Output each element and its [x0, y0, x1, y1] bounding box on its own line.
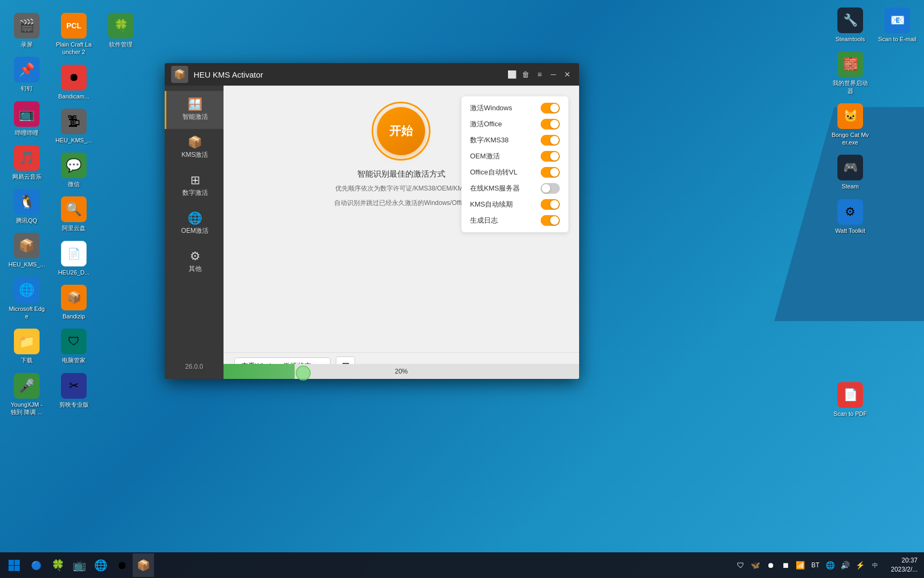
desktop-icon-bongo[interactable]: 🐱 Bongo Cat Mver.exe	[829, 101, 872, 149]
desktop-icon-minecraft[interactable]: 🧱 我的世界启动器	[829, 49, 872, 97]
toggle-knob-kms-renew	[550, 200, 559, 209]
toggle-online-kms[interactable]	[541, 183, 560, 194]
taskbar-icon-heu[interactable]: 📦	[133, 553, 154, 577]
desktop-icon-computer-manager[interactable]: 🛡 电脑管家	[52, 326, 95, 366]
option-label-oem: OEM激活	[470, 151, 500, 161]
progress-area: 20%	[224, 364, 579, 379]
desktop-icon-scan-pdf[interactable]: 📄 Scan to PDF	[829, 380, 872, 420]
digital-icon: ⊞	[190, 174, 200, 186]
desktop-icon-steam[interactable]: 🎮 Steam	[829, 153, 872, 192]
tray-icon-network[interactable]: 🌐	[823, 558, 837, 572]
option-label-windows: 激活Windows	[470, 103, 512, 113]
taskbar-clock[interactable]: 20:37 2023/2/...	[887, 556, 922, 574]
desktop-icon-youngxjm[interactable]: 🎤 YoungXJM - 独到 降调 ...	[5, 371, 48, 419]
option-row-online-kms: 在线KMS服务器	[470, 183, 560, 194]
tray-icon-bt2[interactable]: BT	[808, 558, 822, 572]
option-label-office-vl: Office自动转VL	[470, 168, 518, 177]
tray-icon-lang[interactable]: 中	[868, 558, 882, 572]
svg-rect-2	[9, 560, 14, 565]
option-row-office: 激活Office	[470, 119, 560, 130]
desktop-icon-download[interactable]: 📁 下载	[5, 326, 48, 366]
desktop-icon-bandicam[interactable]: ⏺ Bandicam...	[52, 63, 95, 102]
window-close-btn[interactable]: ✕	[562, 69, 573, 80]
taskbar-tray: 🛡 🦋 ⏺ ⏹ 📶 BT 🌐 🔊 ⚡ 中	[734, 558, 887, 572]
taskbar-start-button[interactable]	[2, 553, 26, 577]
options-panel: 激活Windows 激活Office 数字/KMS38	[461, 96, 568, 232]
desktop-icon-weixin[interactable]: 💬 微信	[52, 150, 95, 190]
sidebar-item-oem[interactable]: 🌐 OEM激活	[165, 205, 224, 243]
tray-icon-rec[interactable]: ⏺	[764, 558, 777, 572]
taskbar-search[interactable]: 🔵	[26, 553, 47, 577]
progress-text: 20%	[395, 368, 407, 375]
desktop-icon-software-mgr[interactable]: 🍀 软件管理	[99, 11, 142, 50]
tray-icon-bluetooth[interactable]: 📶	[794, 558, 807, 572]
sidebar-item-other[interactable]: ⚙ 其他	[165, 243, 224, 281]
tray-icon-stop[interactable]: ⏹	[779, 558, 792, 572]
option-row-digital: 数字/KMS38	[470, 135, 560, 146]
desktop-icon-pcl[interactable]: PCL Plain Craft Launcher 2	[52, 11, 95, 58]
toggle-digital[interactable]	[541, 135, 560, 146]
sub-text-2: 自动识别并跳过已经永久激活的Windows/Office	[334, 198, 468, 208]
option-label-kms-renew: KMS自动续期	[470, 200, 513, 209]
sidebar: 🪟 智能激活 📦 KMS激活 ⊞ 数字激活 🌐 OEM激活 ⚙ 其他	[165, 86, 224, 379]
sidebar-item-smart[interactable]: 🪟 智能激活	[165, 91, 224, 129]
window-controls: ⬜ 🗑 ≡ ─ ✕	[506, 69, 573, 80]
version-label: 26.0.0	[185, 363, 203, 370]
option-row-office-vl: Office自动转VL	[470, 167, 560, 178]
desktop-icon-bilibili[interactable]: 📺 哔哩哔哩	[5, 99, 48, 139]
desktop-icon-dingding[interactable]: 📌 钉钉	[5, 55, 48, 94]
start-button[interactable]: 开始	[377, 107, 425, 155]
desktop-icon-steamtools[interactable]: 🔧 Steamtools	[829, 5, 872, 45]
desktop-icon-jianying[interactable]: ✂ 剪映专业版	[52, 371, 95, 410]
toggle-log[interactable]	[541, 215, 560, 226]
window-restore-btn[interactable]: ⬜	[506, 69, 517, 80]
start-button-outer: 开始	[372, 102, 430, 161]
desktop-icon-watt[interactable]: ⚙ Watt Toolkit	[829, 197, 872, 237]
desktop-icon-edge[interactable]: 🌐 Microsoft Edge	[5, 275, 48, 323]
taskbar-icon-app2[interactable]: 📺	[68, 553, 90, 577]
svg-rect-4	[9, 566, 14, 571]
desktop-icon-bandizip[interactable]: 📦 Bandizip	[52, 283, 95, 322]
desktop-icons-right: 🔧 Steamtools 🧱 我的世界启动器 🐱 Bongo Cat Mver.…	[828, 0, 924, 439]
desktop-icon-heu26[interactable]: 📄 HEU26_D...	[52, 239, 95, 278]
svg-rect-5	[14, 566, 20, 571]
option-label-office: 激活Office	[470, 119, 502, 129]
option-row-log: 生成日志	[470, 215, 560, 226]
desktop-icon-luping[interactable]: 🎬 录屏	[5, 11, 48, 50]
toggle-oem[interactable]	[541, 151, 560, 162]
tray-icon-volume[interactable]: 🔊	[838, 558, 852, 572]
desktop-icon-heu-kms2[interactable]: 🗜 HEU_KMS_...	[52, 107, 95, 146]
toggle-office[interactable]	[541, 119, 560, 130]
tray-icon-battery[interactable]: ⚡	[853, 558, 867, 572]
taskbar-icon-edge[interactable]: 🌐	[90, 553, 111, 577]
desktop-icon-scan-email[interactable]: 📧 Scan to E-mail	[876, 5, 919, 45]
toggle-office-vl[interactable]	[541, 167, 560, 178]
option-label-online-kms: 在线KMS服务器	[470, 184, 520, 193]
sidebar-item-kms[interactable]: 📦 KMS激活	[165, 129, 224, 167]
taskbar-icon-record[interactable]: ⏺	[111, 553, 133, 577]
desktop-icon-music[interactable]: 🎵 网易云音乐	[5, 143, 48, 182]
taskbar: 🔵 🍀 📺 🌐 ⏺ 📦 🛡 🦋 ⏺ ⏹ 📶 BT 🌐 🔊 ⚡ 中 20:37 2…	[0, 552, 924, 578]
taskbar-icon-app1[interactable]: 🍀	[47, 553, 68, 577]
toggle-windows[interactable]	[541, 103, 560, 113]
window-settings-btn[interactable]: ≡	[534, 69, 545, 80]
option-label-log: 生成日志	[470, 216, 498, 225]
other-icon: ⚙	[190, 250, 201, 262]
toggle-kms-renew[interactable]	[541, 199, 560, 210]
desktop: 🎬 录屏 📌 钉钉 📺 哔哩哔哩 🎵 网易云音乐 🐧 腾讯QQ 📦 HEU_KM…	[0, 0, 924, 578]
sub-text-1: 优先顺序依次为数字许可证/KMS38/OEM/KMS	[335, 184, 467, 194]
window-minimize-btn[interactable]: ─	[548, 69, 559, 80]
desktop-icon-aliyun[interactable]: 🔍 阿里云盘	[52, 194, 95, 234]
option-row-oem: OEM激活	[470, 151, 560, 162]
smart-text: 智能识别最佳的激活方式	[357, 169, 445, 179]
desktop-icon-heu-kms[interactable]: 📦 HEU_KMS_...	[5, 231, 48, 270]
tray-icon-app[interactable]: 🦋	[749, 558, 763, 572]
window-trash-btn[interactable]: 🗑	[520, 69, 531, 80]
desktop-icon-qq[interactable]: 🐧 腾讯QQ	[5, 187, 48, 226]
desktop-icons-left: 🎬 录屏 📌 钉钉 📺 哔哩哔哩 🎵 网易云音乐 🐧 腾讯QQ 📦 HEU_KM…	[0, 0, 139, 439]
option-row-windows: 激活Windows	[470, 103, 560, 113]
progress-bar	[224, 364, 295, 379]
tray-icon-shield[interactable]: 🛡	[734, 558, 748, 572]
sidebar-item-digital[interactable]: ⊞ 数字激活	[165, 167, 224, 205]
option-row-kms-renew: KMS自动续期	[470, 199, 560, 210]
